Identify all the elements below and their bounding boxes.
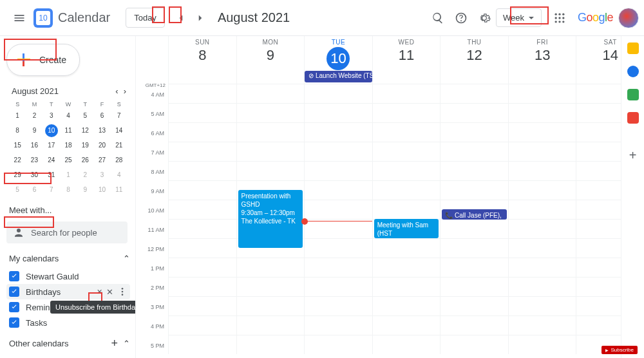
calendar-checkbox[interactable]	[9, 287, 19, 297]
mini-day-cell[interactable]: 5	[79, 109, 91, 122]
hamburger-menu-icon[interactable]	[5, 4, 33, 32]
allday-cell[interactable]	[372, 71, 440, 84]
mini-next-month-button[interactable]: ›	[122, 85, 128, 97]
allday-cell[interactable]	[440, 71, 508, 84]
allday-cell[interactable]	[236, 71, 305, 84]
day-header[interactable]: SUN8	[168, 36, 236, 71]
mini-day-cell[interactable]: 23	[28, 154, 41, 167]
day-column[interactable]	[168, 84, 236, 354]
day-header[interactable]: THU12	[440, 36, 508, 71]
prev-week-button[interactable]	[173, 10, 189, 26]
day-column[interactable]: 📞 Call Jase (PFE), 10:3	[440, 84, 508, 354]
mini-day-cell[interactable]: 8	[11, 124, 24, 137]
event-block[interactable]: Presentation with GSHD9:30am – 12:30pmTh…	[238, 190, 303, 248]
my-calendars-toggle[interactable]: My calendars ⌃	[4, 250, 135, 267]
mini-day-cell[interactable]: 1	[11, 109, 24, 122]
mini-day-cell[interactable]: 17	[45, 139, 58, 152]
mini-day-cell[interactable]: 3	[45, 109, 58, 122]
mini-day-cell[interactable]: 7	[45, 184, 58, 196]
event-block[interactable]: Meeting with Sam (HST11am – 12pm	[374, 219, 439, 238]
user-avatar[interactable]	[618, 8, 639, 28]
mini-day-cell[interactable]: 14	[113, 124, 126, 137]
allday-cell[interactable]	[168, 71, 236, 84]
day-header[interactable]: TUE10	[304, 36, 372, 71]
calendar-checkbox[interactable]	[9, 271, 19, 281]
allday-cell[interactable]: ⊘ Launch Website (TS	[304, 71, 372, 84]
mini-day-cell[interactable]: 9	[79, 184, 91, 196]
mini-day-cell[interactable]: 4	[62, 109, 75, 122]
day-header[interactable]: FRI13	[508, 36, 576, 71]
day-header[interactable]: WED11	[372, 36, 440, 71]
calendar-list-item[interactable]: Holidays in New Zealand	[6, 355, 130, 358]
mini-day-cell[interactable]: 21	[113, 139, 126, 152]
mini-day-cell[interactable]: 11	[113, 184, 126, 196]
contacts-icon[interactable]	[627, 89, 639, 100]
view-select-dropdown[interactable]: Week	[496, 8, 542, 27]
day-number: 11	[373, 47, 440, 64]
mini-day-cell[interactable]: 5	[11, 184, 24, 196]
allday-event[interactable]: ⊘ Launch Website (TS	[305, 71, 372, 82]
time-label: 7 AM	[136, 149, 168, 169]
mini-day-cell[interactable]: 31	[45, 169, 58, 182]
event-block[interactable]: 📞 Call Jase (PFE), 10:3	[442, 209, 507, 220]
day-header[interactable]: MON9	[236, 36, 305, 71]
day-column[interactable]: Presentation with GSHD9:30am – 12:30pmTh…	[236, 84, 305, 354]
google-apps-icon[interactable]	[548, 6, 571, 30]
mini-day-cell[interactable]: 13	[96, 124, 109, 137]
mini-prev-month-button[interactable]: ‹	[114, 85, 119, 97]
maps-icon[interactable]	[627, 112, 639, 124]
mini-day-cell[interactable]: 6	[96, 109, 109, 122]
day-column[interactable]	[304, 84, 372, 354]
mini-day-cell[interactable]: 27	[96, 154, 109, 167]
mini-day-cell[interactable]: 10	[45, 124, 58, 137]
mini-day-cell[interactable]: 26	[79, 154, 91, 167]
mini-day-cell[interactable]: 29	[11, 169, 24, 182]
close-icon[interactable]: ✕	[106, 287, 113, 297]
mini-day-cell[interactable]: 8	[62, 184, 75, 196]
calendar-checkbox[interactable]	[9, 302, 19, 312]
search-people-input[interactable]: Search for people	[6, 221, 128, 243]
add-other-calendar-button[interactable]: +	[111, 337, 118, 350]
settings-gear-icon[interactable]	[473, 6, 496, 30]
tasks-icon[interactable]	[627, 66, 639, 77]
other-calendars-toggle[interactable]: Other calendars + ⌃	[4, 333, 135, 354]
help-icon[interactable]	[450, 6, 473, 30]
mini-day-cell[interactable]: 25	[62, 154, 75, 167]
mini-day-cell[interactable]: 10	[96, 184, 109, 196]
mini-day-cell[interactable]: 9	[28, 124, 41, 137]
mini-day-cell[interactable]: 6	[28, 184, 41, 196]
mini-day-cell[interactable]: 2	[28, 109, 41, 122]
mini-day-cell[interactable]: 24	[45, 154, 58, 167]
day-column[interactable]	[508, 84, 576, 354]
mini-day-cell[interactable]: 16	[28, 139, 41, 152]
mini-day-cell[interactable]: 2	[79, 169, 91, 182]
mini-day-cell[interactable]: 19	[79, 139, 91, 152]
calendar-list-item[interactable]: Birthdays✕̶✕Unsubscribe from Birthdays	[6, 284, 130, 299]
mini-day-cell[interactable]: 7	[113, 109, 126, 122]
mini-day-cell[interactable]: 15	[11, 139, 24, 152]
mini-day-cell[interactable]: 28	[113, 154, 126, 167]
mini-day-cell[interactable]: 12	[79, 124, 91, 137]
mini-day-cell[interactable]: 1	[62, 169, 75, 182]
calendar-list-item[interactable]: Stewart Gauld	[6, 268, 130, 284]
mini-day-cell[interactable]: 4	[113, 169, 126, 182]
mini-day-cell[interactable]: 11	[62, 124, 75, 137]
calendar-checkbox[interactable]	[9, 317, 19, 328]
more-icon[interactable]	[117, 287, 128, 297]
unsubscribe-icon[interactable]: ✕̶	[97, 288, 102, 296]
mini-day-cell[interactable]: 3	[96, 169, 109, 182]
mini-day-cell[interactable]: 22	[11, 154, 24, 167]
calendar-list-item[interactable]: Tasks	[6, 315, 130, 330]
keep-icon[interactable]	[627, 42, 639, 54]
addons-plus-icon[interactable]: +	[629, 148, 637, 163]
mini-day-cell[interactable]: 30	[28, 169, 41, 182]
today-button[interactable]: Today	[126, 8, 165, 28]
create-button[interactable]: Create	[6, 44, 80, 76]
allday-cell[interactable]	[508, 71, 576, 84]
mini-day-cell[interactable]: 18	[62, 139, 75, 152]
day-column[interactable]: Meeting with Sam (HST11am – 12pm	[372, 84, 440, 354]
search-icon[interactable]	[426, 6, 450, 30]
subscribe-badge[interactable]: Subscribe	[601, 346, 638, 354]
next-week-button[interactable]	[192, 10, 209, 26]
mini-day-cell[interactable]: 20	[96, 139, 109, 152]
